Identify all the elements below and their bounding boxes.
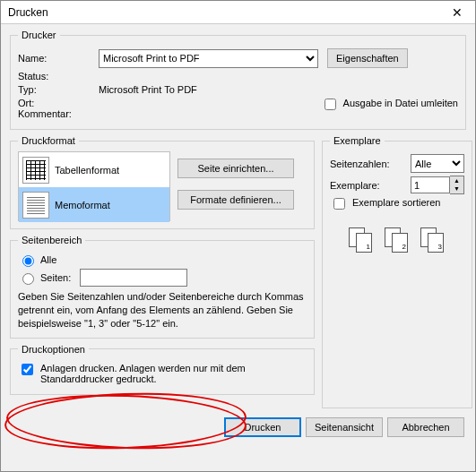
format-list: Tabellenformat Memoformat [18, 151, 170, 221]
close-icon: ✕ [452, 5, 463, 20]
name-label: Name: [18, 53, 99, 64]
cancel-button[interactable]: Abbrechen [387, 417, 464, 437]
collate-checkbox[interactable] [333, 198, 345, 210]
print-attachments-label: Anlagen drucken. Anlagen werden nur mit … [40, 363, 300, 384]
redirect-file-label: Ausgabe in Datei umleiten [343, 98, 458, 108]
memo-format-icon [22, 192, 49, 219]
comment-label: Kommentar: [18, 108, 99, 119]
spin-up-button[interactable]: ▲ [450, 176, 463, 185]
collate-preview: 11 22 33 [330, 215, 464, 254]
page-setup-button[interactable]: Seite einrichten... [177, 159, 294, 178]
copies-legend: Exemplare [330, 135, 385, 146]
page-range-hint: Geben Sie Seitenzahlen und/oder Seitenbe… [18, 290, 307, 330]
define-formats-button[interactable]: Formate definieren... [177, 190, 294, 210]
type-label: Typ: [18, 84, 99, 95]
page-range-legend: Seitenbereich [18, 235, 85, 245]
redirect-file-checkbox[interactable] [325, 99, 336, 110]
format-item-label: Memoformat [55, 200, 110, 210]
format-legend: Druckformat [18, 135, 79, 146]
titlebar: Drucken ✕ [1, 1, 475, 24]
print-button[interactable]: Drucken [224, 417, 301, 437]
preview-button[interactable]: Seitenansicht [306, 417, 383, 437]
pages-label: Seitenzahlen: [330, 159, 411, 169]
printer-group: Drucker Name: Microsoft Print to PDF Eig… [10, 30, 466, 130]
print-attachments-checkbox[interactable] [22, 364, 33, 375]
format-item-label: Tabellenformat [55, 165, 119, 176]
all-radio[interactable] [22, 255, 34, 267]
options-legend: Druckoptionen [18, 344, 89, 355]
footer-buttons: Drucken Seitenansicht Abbrechen [10, 414, 466, 437]
format-item-memo[interactable]: Memoformat [19, 187, 169, 222]
printer-legend: Drucker [18, 30, 60, 40]
copies-label: Exemplare: [330, 180, 411, 191]
window-title: Drucken [8, 6, 48, 19]
close-button[interactable]: ✕ [439, 1, 475, 24]
properties-button[interactable]: Eigenschaften [327, 48, 408, 68]
printer-select[interactable]: Microsoft Print to PDF [99, 49, 318, 68]
print-format-group: Druckformat Tabellenformat Memoformat [10, 135, 315, 229]
print-options-group: Druckoptionen Anlagen drucken. Anlagen w… [10, 344, 315, 395]
location-label: Ort: [18, 98, 99, 108]
table-format-icon [22, 157, 49, 184]
status-label: Status: [18, 71, 99, 82]
page-range-group: Seitenbereich Alle Seiten: Geben Sie Sei… [10, 235, 315, 339]
spin-down-button[interactable]: ▼ [450, 185, 463, 194]
pages-input[interactable] [80, 269, 187, 287]
pages-radio[interactable] [22, 273, 34, 285]
collate-label: Exemplare sortieren [352, 197, 440, 208]
copies-group: Exemplare Seitenzahlen: Alle Exemplare: … [322, 135, 472, 408]
type-value: Microsoft Print To PDF [99, 84, 197, 95]
pages-radio-label: Seiten: [40, 272, 71, 283]
copies-input[interactable] [411, 176, 450, 193]
format-item-table[interactable]: Tabellenformat [19, 152, 169, 187]
pages-select[interactable]: Alle [411, 154, 464, 173]
copies-spinner: ▲ ▼ [450, 176, 464, 194]
all-label: Alle [40, 254, 56, 265]
print-dialog: Drucken ✕ Drucker Name: Microsoft Print … [0, 0, 476, 472]
